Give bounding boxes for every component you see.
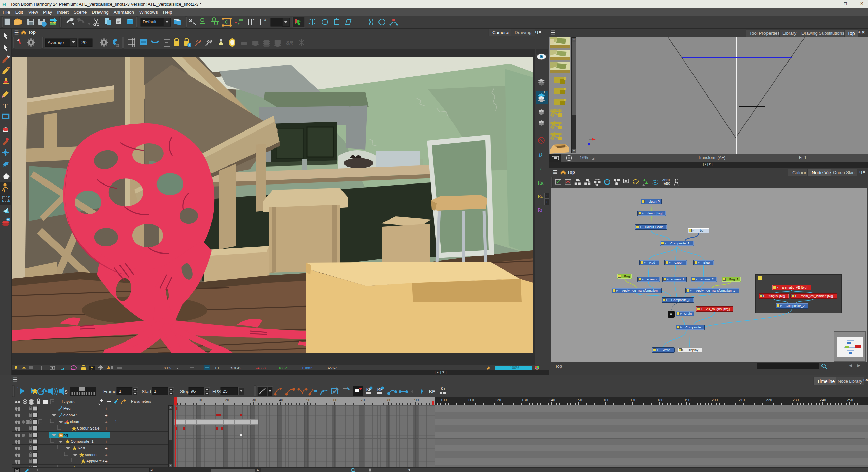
svg-text:1: 1 <box>119 389 121 394</box>
svg-text:32767: 32767 <box>327 366 337 370</box>
svg-text:100%: 100% <box>510 366 519 370</box>
svg-text:80%: 80% <box>164 366 171 370</box>
svg-text:sRGB: sRGB <box>230 366 240 370</box>
svg-text:+ABC: +ABC <box>662 182 670 185</box>
svg-text:96: 96 <box>191 389 196 394</box>
svg-text:Parameters: Parameters <box>131 399 151 403</box>
svg-text:1:1: 1:1 <box>215 366 219 370</box>
svg-text:Rĸ: Rĸ <box>538 180 544 186</box>
svg-text:Default: Default <box>143 19 157 24</box>
svg-text:+: + <box>253 18 254 21</box>
svg-text:T: T <box>3 102 8 110</box>
svg-text:B: B <box>539 152 542 158</box>
svg-text:10882: 10882 <box>302 366 312 370</box>
svg-text:1: 1 <box>154 389 156 394</box>
svg-text:20: 20 <box>81 40 86 45</box>
svg-text:FPS: FPS <box>212 389 221 394</box>
svg-text:18821: 18821 <box>278 366 289 370</box>
svg-text:Average: Average <box>48 40 64 45</box>
svg-text:+: + <box>17 386 19 389</box>
svg-text:K+: K+ <box>441 387 445 391</box>
svg-text:SR: SR <box>286 40 293 46</box>
svg-text:ABC+: ABC+ <box>662 178 670 182</box>
svg-text:J: J <box>539 166 542 171</box>
svg-text:S: S <box>64 389 68 395</box>
svg-text:Start: Start <box>142 389 151 394</box>
svg-text:24568: 24568 <box>255 366 266 370</box>
svg-text:Stop: Stop <box>180 389 189 394</box>
svg-text:x: x <box>264 18 266 21</box>
svg-text:L: L <box>544 91 546 94</box>
svg-text:KF: KF <box>429 389 435 394</box>
svg-text:Rʚ: Rʚ <box>538 194 543 199</box>
svg-text:Rɪ: Rɪ <box>538 207 542 213</box>
svg-text:Frame: Frame <box>103 389 116 394</box>
svg-text:c: c <box>238 22 240 26</box>
svg-text:25: 25 <box>223 389 227 394</box>
svg-text:Layers: Layers <box>62 399 75 404</box>
